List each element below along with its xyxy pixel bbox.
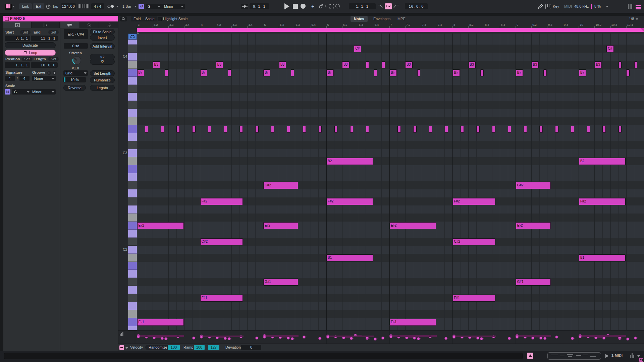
grid-row[interactable]: [137, 45, 644, 53]
piano-key[interactable]: [128, 45, 137, 53]
lane-selector-icon[interactable]: [119, 332, 124, 336]
midi-note[interactable]: B♭: [137, 69, 145, 76]
grid-row[interactable]: [137, 246, 644, 254]
punch-out-icon[interactable]: [393, 4, 399, 8]
velocity-marker[interactable]: [255, 337, 258, 340]
scale-mode-button[interactable]: Scale: [143, 16, 157, 21]
midi-note[interactable]: [508, 126, 511, 133]
midi-note[interactable]: B3: [153, 61, 160, 68]
key-scale-select[interactable]: Minor: [162, 4, 185, 9]
clip-color-icon[interactable]: [5, 4, 12, 10]
grid-row[interactable]: [137, 133, 644, 141]
piano-key[interactable]: [128, 173, 137, 181]
grid-row[interactable]: [137, 141, 644, 149]
piano-key[interactable]: [128, 230, 137, 238]
computer-midi-keyboard-icon[interactable]: [545, 4, 551, 9]
piano-key[interactable]: [128, 125, 137, 133]
piano-key[interactable]: [128, 326, 137, 330]
midi-note[interactable]: [619, 61, 622, 68]
velocity-marker[interactable]: [137, 335, 140, 338]
midi-note[interactable]: E♭2: [263, 222, 298, 229]
quantize-menu[interactable]: 1 Bar: [122, 3, 131, 9]
velocity-marker[interactable]: [579, 335, 582, 338]
midi-note[interactable]: [271, 126, 274, 133]
midi-note[interactable]: B♭: [453, 69, 460, 76]
grid-row[interactable]: [137, 149, 644, 158]
beat-time-ruler[interactable]: 33.23.33.444.24.34.455.25.35.466.26.36.4…: [118, 22, 644, 34]
cpu-load-value[interactable]: 8 %: [594, 3, 601, 9]
midi-note[interactable]: B3: [595, 61, 602, 68]
show-push-button[interactable]: [527, 353, 533, 359]
track-play-icon[interactable]: [605, 354, 608, 358]
reverse-button[interactable]: Reverse: [63, 85, 86, 91]
overdub-plus-icon[interactable]: +: [311, 3, 314, 9]
scale-badge[interactable]: ♭♯: [5, 89, 10, 95]
midi-note[interactable]: [287, 126, 290, 133]
loop-position-value[interactable]: 1. 1. 1: [5, 62, 30, 68]
piano-key[interactable]: [128, 238, 137, 246]
velocity-marker[interactable]: [263, 336, 266, 339]
midi-note[interactable]: [634, 61, 638, 68]
velocity-lane[interactable]: [118, 330, 644, 344]
clip-activator-checkbox[interactable]: [5, 17, 9, 21]
velocity-marker[interactable]: [291, 337, 294, 340]
midi-note[interactable]: F#2: [326, 198, 373, 205]
midi-note[interactable]: [382, 61, 385, 68]
automation-arm-icon[interactable]: [335, 4, 340, 8]
clip-color-caret[interactable]: [12, 6, 15, 7]
midi-note[interactable]: G#2: [516, 182, 551, 189]
tab-note-probability[interactable]: [80, 22, 99, 28]
midi-note[interactable]: [224, 126, 227, 133]
grid-row[interactable]: [137, 37, 644, 45]
grid-row[interactable]: [137, 278, 644, 286]
grid-row[interactable]: [137, 270, 644, 278]
grid-select[interactable]: Grid: [63, 70, 88, 76]
piano-key[interactable]: [128, 205, 137, 214]
draw-mode-icon[interactable]: [318, 4, 323, 9]
fit-to-scale-button[interactable]: Fit to Scale: [90, 29, 115, 35]
midi-note[interactable]: [239, 126, 243, 133]
tempo-value[interactable]: 124.00: [61, 3, 76, 9]
second-window-icon[interactable]: [639, 358, 643, 362]
velocity-marker[interactable]: [161, 337, 164, 340]
midi-note[interactable]: B3: [405, 61, 413, 68]
end-set-button[interactable]: Set: [48, 30, 59, 35]
velocity-marker[interactable]: [200, 336, 203, 339]
stop-button[interactable]: [293, 4, 298, 9]
piano-key[interactable]: [128, 222, 137, 230]
search-box[interactable]: [120, 16, 127, 21]
velocity-marker[interactable]: [224, 337, 227, 340]
arrangement-position[interactable]: 9. 1. 1: [250, 3, 269, 9]
scale-root-select[interactable]: G: [12, 89, 31, 95]
midi-note[interactable]: G#2: [263, 182, 298, 189]
piano-key[interactable]: [128, 294, 137, 302]
midi-note[interactable]: C#2: [200, 238, 243, 245]
piano-key[interactable]: [128, 53, 137, 61]
velocity-marker[interactable]: [452, 336, 455, 339]
velocity-marker[interactable]: [303, 336, 306, 339]
midi-note[interactable]: C#: [354, 45, 361, 52]
legato-button[interactable]: Legato: [90, 85, 115, 91]
piano-key[interactable]: [128, 117, 137, 125]
midi-note[interactable]: [602, 126, 606, 133]
piano-key[interactable]: [128, 302, 137, 310]
midi-note[interactable]: E♭1: [389, 319, 436, 326]
midi-note[interactable]: B♭: [263, 69, 271, 76]
midi-note[interactable]: [208, 126, 211, 133]
velocity-marker[interactable]: [571, 337, 574, 340]
invert-button[interactable]: Invert: [90, 35, 115, 41]
grid-row[interactable]: [137, 109, 644, 117]
deviation-value[interactable]: 0: [241, 345, 261, 350]
punch-in-icon[interactable]: [377, 4, 383, 8]
time-signature-value[interactable]: 4 / 4: [91, 3, 104, 9]
midi-note[interactable]: B♭: [516, 69, 523, 76]
randomize-button[interactable]: Randomize: [145, 345, 171, 350]
pencil-icon[interactable]: [538, 4, 543, 9]
half-time-button[interactable]: /2: [90, 59, 115, 65]
midi-note[interactable]: B♭: [579, 69, 586, 76]
piano-key[interactable]: [128, 69, 137, 77]
midi-note[interactable]: B♭: [389, 69, 397, 76]
midi-note[interactable]: G#1: [516, 279, 551, 286]
grid-row[interactable]: [137, 85, 644, 93]
piano-key[interactable]: [128, 189, 137, 197]
